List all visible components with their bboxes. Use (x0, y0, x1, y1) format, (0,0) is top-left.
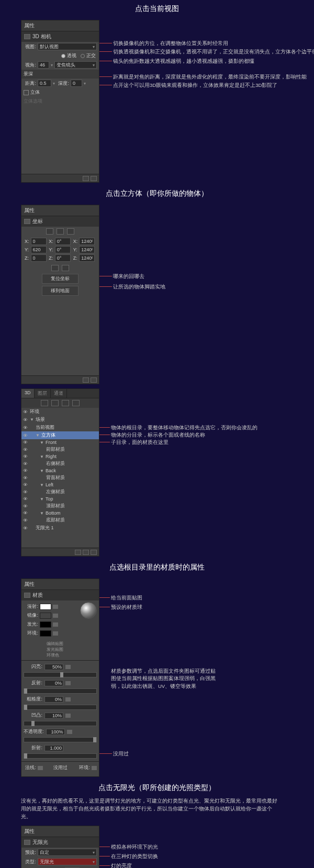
pos-z-input[interactable] (31, 254, 47, 262)
footer-icon[interactable] (83, 550, 89, 555)
folder-icon[interactable] (53, 605, 58, 609)
bump-value[interactable]: 10% (44, 713, 63, 719)
scl-x-input[interactable] (79, 238, 95, 245)
rot-x-input[interactable] (55, 238, 71, 245)
filter-icon-3[interactable] (62, 400, 69, 406)
new-icon[interactable] (75, 550, 81, 555)
rot-z-input[interactable] (55, 254, 71, 262)
depth-input[interactable] (71, 80, 82, 87)
rough-value[interactable]: 0% (44, 696, 63, 703)
lens-dropdown[interactable]: 变焦镜头▾ (54, 61, 97, 69)
rotate-icon[interactable] (57, 228, 64, 235)
refl-slider[interactable] (24, 688, 97, 694)
chevron-down-icon: ▾ (93, 44, 95, 49)
annot-1c: 镜头的焦距数越大透视感越弱，越小透视感越强，摄影的都懂 (113, 58, 254, 65)
scl-y-input[interactable] (79, 246, 95, 253)
panel-light: 属性 无限光 预设:自定▾ 类型:无限光▾ 颜色:强度: 阴影柔和度: 移到视图 (21, 826, 99, 868)
tree-left[interactable]: 👁▼Left (21, 482, 99, 488)
rough-slider[interactable] (24, 705, 97, 710)
fov-label: 视角: (24, 62, 36, 69)
folder-icon[interactable] (92, 766, 97, 770)
shine-slider[interactable] (24, 672, 97, 677)
dist-input[interactable] (38, 80, 51, 87)
rot-y-input[interactable] (55, 246, 71, 253)
tree-light[interactable]: 👁无限光 1 (21, 524, 99, 532)
footer-icon[interactable] (83, 176, 89, 181)
tree-top[interactable]: 👁▼Top (21, 496, 99, 502)
shine-value[interactable]: 50% (44, 664, 63, 670)
scl-z-input[interactable] (79, 254, 95, 262)
tree-bottom[interactable]: 👁▼Bottom (21, 510, 99, 516)
view-dropdown[interactable]: 默认视图▾ (38, 43, 97, 50)
diffuse-swatch[interactable] (40, 604, 51, 610)
tree-top-m[interactable]: 👁顶部材质 (21, 502, 99, 510)
annot-1e: 点开这个可以用3D眼镜来观看和操作，立体效果肯定是赶不上3D影院了 (113, 82, 277, 89)
folder-icon[interactable] (67, 730, 72, 734)
folder-icon[interactable] (38, 766, 43, 770)
tree-bottom-m[interactable]: 👁底部材质 (21, 516, 99, 524)
annot-5b: 在三种灯的类型切换 (111, 853, 158, 860)
dist-label: 距离: (24, 80, 36, 87)
tree-back-m[interactable]: 👁背面材质 (21, 474, 99, 482)
section-title-4: 点击无限光（即所创建的光照类型） (0, 779, 314, 797)
bump-slider[interactable] (24, 721, 97, 726)
glow-swatch[interactable] (40, 621, 51, 628)
tab-layers[interactable]: 图层 (35, 389, 51, 398)
tree-front[interactable]: 👁▼Front (21, 439, 99, 446)
swap-icon[interactable] (51, 265, 59, 271)
trash-icon[interactable] (91, 377, 97, 383)
opac-value[interactable]: 100% (46, 729, 65, 735)
scale-icon[interactable] (67, 228, 74, 235)
annot-3b: 物体的分目录，标示各个面或者线的名称 (111, 432, 205, 439)
tab-channels[interactable]: 通道 (51, 389, 67, 398)
perspective-radio[interactable]: 透视 (61, 52, 76, 59)
filter-icon-1[interactable] (41, 400, 48, 406)
move-to-ground-button[interactable]: 移到地面 (42, 286, 78, 296)
filter-icon-4[interactable] (72, 400, 80, 406)
fov-input[interactable] (38, 61, 49, 69)
filter-icon-2[interactable] (51, 400, 59, 406)
panel-3d-tree: 3D 图层 通道 👁环境 👁▼场景 👁当前视图 👁▼立方体 👁▼Front 👁前… (21, 388, 99, 557)
tree-back[interactable]: 👁▼Back (21, 468, 99, 474)
tree-right-m[interactable]: 👁右侧材质 (21, 460, 99, 468)
tree-cube[interactable]: 👁▼立方体 (21, 431, 99, 439)
refl-value[interactable]: 0% (44, 680, 63, 686)
panel-header: 属性 (21, 826, 99, 837)
refr-value[interactable]: 1.000 (44, 745, 63, 751)
folder-icon[interactable] (65, 697, 71, 702)
tree-view[interactable]: 👁当前视图 (21, 424, 99, 431)
tree-scene[interactable]: 👁▼场景 (21, 416, 99, 424)
opac-slider[interactable] (24, 737, 97, 742)
pos-x-input[interactable] (31, 238, 47, 245)
preset-dropdown[interactable]: 自定▾ (38, 849, 97, 856)
stereo-checkbox[interactable] (24, 90, 29, 95)
type-dropdown[interactable]: 无限光▾ (38, 858, 97, 865)
folder-icon[interactable] (53, 614, 58, 618)
folder-icon[interactable] (53, 622, 58, 627)
trash-icon[interactable] (91, 550, 97, 555)
folder-icon[interactable] (65, 665, 71, 669)
folder-icon[interactable] (65, 681, 71, 685)
folder-icon[interactable] (53, 631, 58, 636)
panel-header: 属性 (21, 20, 99, 31)
refr-slider[interactable] (24, 753, 97, 759)
reset-icon[interactable] (62, 265, 69, 271)
tree-right[interactable]: 👁▼Right (21, 453, 99, 460)
specular-swatch[interactable] (40, 613, 51, 619)
folder-icon[interactable] (65, 714, 71, 718)
reset-coords-button[interactable]: 复位坐标 (42, 274, 78, 284)
tree-env[interactable]: 👁环境 (21, 408, 99, 416)
footer-icon[interactable] (83, 377, 89, 383)
pos-y-input[interactable] (31, 246, 47, 253)
sub-label: 3D 相机 (32, 33, 51, 40)
move-icon[interactable] (46, 228, 53, 235)
annot-2a: 哪来的回哪去 (113, 273, 144, 280)
trash-icon[interactable] (91, 176, 97, 181)
tab-3d[interactable]: 3D (21, 389, 35, 398)
ortho-radio[interactable]: 正交 (81, 52, 96, 59)
env-swatch[interactable] (40, 630, 51, 637)
tree-left-m[interactable]: 👁左侧材质 (21, 488, 99, 496)
annot-4a: 给当前面贴图 (111, 595, 142, 602)
tree-front-m[interactable]: 👁前部材质 (21, 446, 99, 453)
material-preview-sphere[interactable] (80, 602, 97, 619)
